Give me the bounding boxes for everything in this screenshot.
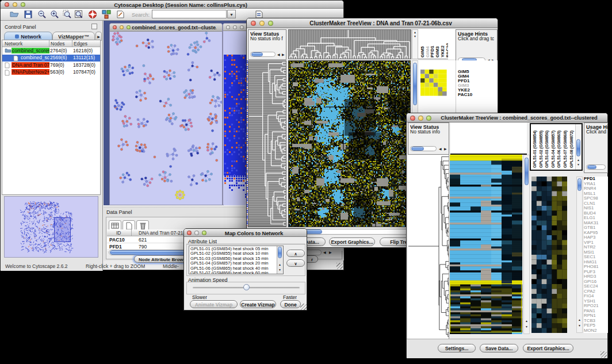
close-button[interactable] xyxy=(226,25,230,29)
network-table-row[interactable]: DNA and Tran 07769(0)183728(0) xyxy=(2,62,100,69)
dialog-titlebar[interactable]: Map Colors to Network xyxy=(184,229,307,237)
listbox-vscrollbar[interactable]: ▲ ▼ xyxy=(277,246,283,274)
search-dropdown-button[interactable]: ▼ xyxy=(227,10,236,18)
column-label[interactable]: GPL51-02 (GSM855) xyxy=(539,131,543,168)
heatmap-canvas[interactable] xyxy=(288,60,411,227)
attr-column-header[interactable]: DNA and Tran 07-21-06 xyxy=(139,230,190,236)
column-label[interactable]: GPL51-08 (GSM872) xyxy=(569,131,573,168)
float-panel-icon[interactable] xyxy=(91,24,97,29)
open-icon[interactable] xyxy=(10,10,19,19)
scroll-left-icon[interactable]: ◀ xyxy=(277,53,280,56)
search-input[interactable] xyxy=(152,10,227,18)
zoom-selected-icon[interactable] xyxy=(63,10,72,19)
inner1-titlebar[interactable]: combined_scores_good.txt--cluste... xyxy=(110,24,222,32)
column-label[interactable]: GPL51-06 (GSM865) xyxy=(557,131,561,168)
close-button[interactable] xyxy=(5,2,9,7)
column-labels-vscrollbar[interactable]: ▲ ▼ xyxy=(575,124,582,170)
attribute-listbox[interactable]: GPL51-01 (GSM854) heat shock 05 minGPL51… xyxy=(189,246,284,274)
dendro-scroll-strip[interactable]: ▲▼ xyxy=(412,29,418,59)
col-header-edges[interactable]: Edges xyxy=(74,41,87,47)
settings-button[interactable]: Settings... xyxy=(438,344,476,352)
main-titlebar[interactable]: Cytoscape Desktop (Session Name: collins… xyxy=(1,1,343,9)
help-icon[interactable] xyxy=(88,10,97,19)
done-button[interactable]: Done xyxy=(280,300,301,308)
scroll-down-icon[interactable]: ▼ xyxy=(578,324,581,327)
col-header-nodes[interactable]: Nodes xyxy=(51,41,65,47)
close-button[interactable] xyxy=(410,116,415,121)
export-graphics-button[interactable]: Export Graphics... xyxy=(329,237,375,246)
id-column-header[interactable]: ID xyxy=(116,230,121,236)
row-dendrogram[interactable] xyxy=(408,155,449,339)
usage-hints-scrollbar[interactable] xyxy=(586,164,606,170)
speed-slider-thumb[interactable] xyxy=(243,284,250,290)
zoom-in-icon[interactable] xyxy=(50,10,59,19)
save-icon[interactable] xyxy=(24,10,33,19)
resize-grip[interactable] xyxy=(336,263,343,269)
minimize-button[interactable] xyxy=(259,21,265,26)
minimize-button[interactable] xyxy=(194,231,199,235)
secondary-vscrollbar[interactable]: ▲ ▼ xyxy=(576,177,583,333)
zoom-fit-icon[interactable] xyxy=(74,10,83,19)
close-button[interactable] xyxy=(251,21,256,26)
scroll-down-icon[interactable]: ▼ xyxy=(577,163,580,166)
scroll-right-icon[interactable]: ▶ xyxy=(282,53,285,56)
resize-grip[interactable] xyxy=(600,351,607,358)
vizmap-icon[interactable] xyxy=(102,10,111,19)
treeview1-titlebar[interactable]: ClusterMaker TreeView : DNA and Tran 07-… xyxy=(247,18,498,28)
column-label[interactable]: GPL51-03 (GSM856) xyxy=(545,131,549,168)
save-data-button[interactable]: Save Data... xyxy=(480,344,518,352)
minimize-button[interactable] xyxy=(13,2,17,7)
column-dendrogram[interactable] xyxy=(288,29,411,59)
animate-vizmap-button[interactable]: Animate Vizmap xyxy=(190,300,238,308)
mini-heatmap[interactable] xyxy=(420,70,447,96)
scroll-up-icon[interactable]: ▲ xyxy=(577,159,580,162)
maximize-button[interactable] xyxy=(426,116,431,121)
column-label[interactable]: YKE2 xyxy=(441,45,445,58)
scroll-up-icon[interactable]: ▲ xyxy=(578,319,581,321)
row-label[interactable]: PAC10 xyxy=(458,93,498,97)
close-button[interactable] xyxy=(187,231,192,235)
move-down-button[interactable]: ∨ xyxy=(286,259,305,267)
view-status-scrollbar[interactable] xyxy=(250,52,276,57)
scroll-right-icon[interactable]: ▶ xyxy=(444,147,447,151)
secondary-heatmap[interactable] xyxy=(531,177,567,333)
minimize-button[interactable] xyxy=(418,116,423,121)
export-graphics-button[interactable]: Export Graphics... xyxy=(523,344,573,352)
view-status-scrollbar[interactable] xyxy=(410,146,437,151)
minimize-button[interactable] xyxy=(233,25,237,29)
col-header-network[interactable]: Network xyxy=(5,41,22,47)
column-label[interactable]: GPL51-01 (GSM854) xyxy=(533,131,537,168)
network-table-row[interactable]: combined_scores2764(0)16218(0) xyxy=(2,47,100,55)
scroll-left-icon[interactable]: ◀ xyxy=(439,147,442,151)
maximize-button[interactable] xyxy=(202,231,206,235)
heatmap-canvas[interactable] xyxy=(450,155,522,334)
scroll-down-icon[interactable]: ▼ xyxy=(525,325,528,328)
scroll-down-icon[interactable]: ▼ xyxy=(278,269,281,271)
column-label[interactable]: GPL51-04 (GSM857) xyxy=(551,131,555,168)
close-button[interactable] xyxy=(113,25,117,29)
scroll-up-icon[interactable]: ▲ xyxy=(525,320,528,323)
column-label[interactable]: GIM3 xyxy=(435,46,440,58)
create-vizmap-button[interactable]: Create Vizmap xyxy=(240,300,276,308)
network-table-row[interactable]: RNAPuberNov2+|563(0)107847(0) xyxy=(2,69,100,76)
maximize-button[interactable] xyxy=(127,25,131,29)
resize-grip[interactable] xyxy=(300,304,307,310)
overview-viewport-rect[interactable] xyxy=(54,217,71,242)
zoom-out-icon[interactable] xyxy=(37,10,47,19)
column-label[interactable]: GPL51-07 (GSM868) xyxy=(563,131,567,168)
row-label[interactable]: MON2 xyxy=(584,328,608,334)
row-dendrogram[interactable] xyxy=(248,60,286,227)
scroll-up-icon[interactable]: ▲ xyxy=(278,263,281,266)
treeview2-titlebar[interactable]: ClusterMaker TreeView : combined_scores_… xyxy=(407,113,607,122)
network-table-row[interactable]: combined_sco2569(6)13112(15) xyxy=(2,55,100,62)
heatmap-vscrollbar[interactable]: ▲ ▼ xyxy=(523,155,530,334)
scroll-left-icon[interactable]: ◀ xyxy=(323,251,326,254)
annotation-icon[interactable] xyxy=(116,10,125,19)
node-attribute-browser-button[interactable]: Node Attribute Brows xyxy=(134,255,190,263)
minimize-button[interactable] xyxy=(120,25,124,29)
maximize-button[interactable] xyxy=(240,25,244,29)
move-up-button[interactable]: ∧ xyxy=(286,250,305,257)
attribute-list-item[interactable]: GPL51-07 (GSM868) heat shock 60 min xyxy=(190,271,283,274)
network-canvas-1[interactable] xyxy=(110,32,222,205)
column-label[interactable]: GIM5 xyxy=(420,46,425,58)
